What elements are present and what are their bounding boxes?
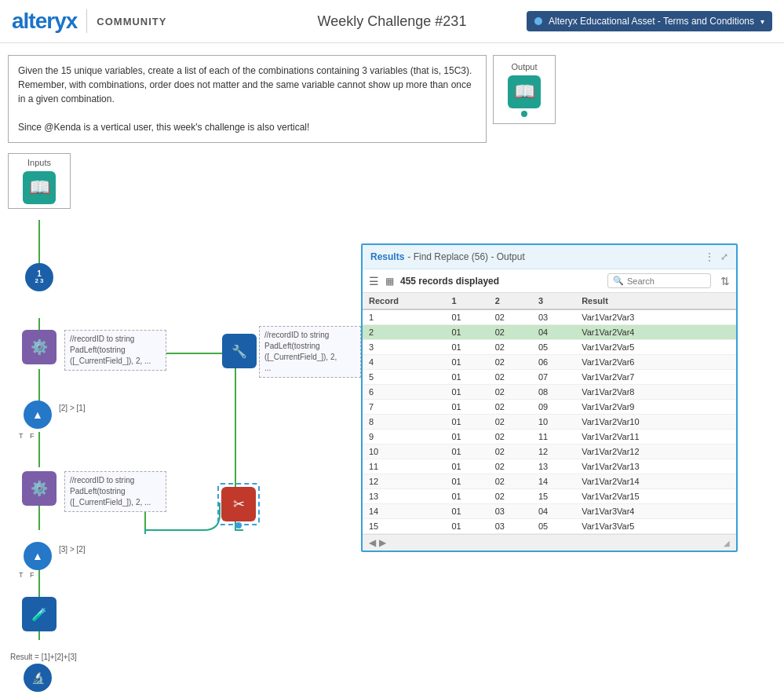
- cell-1: 01: [445, 309, 488, 325]
- cell-2: 02: [489, 415, 532, 430]
- dropdown-area[interactable]: Alteryx Educational Asset - Terms and Co…: [527, 11, 772, 31]
- cell-2: 02: [489, 444, 532, 459]
- cell-2: 02: [489, 325, 532, 340]
- col-result: Result: [575, 293, 713, 309]
- filter1-f-label: F: [30, 432, 35, 440]
- cell-1: 01: [445, 474, 488, 489]
- col-record: Record: [363, 293, 445, 309]
- cell-record: 15: [363, 519, 445, 534]
- cell-1: 01: [445, 489, 488, 504]
- results-icons[interactable]: ⋮ ⤢: [705, 251, 728, 262]
- cross-tool-pin: [235, 522, 242, 529]
- community-label: COMMUNITY: [97, 16, 166, 27]
- cell-spacer: [713, 370, 736, 385]
- search-box[interactable]: 🔍: [607, 273, 711, 288]
- cell-2: 02: [489, 474, 532, 489]
- cell-spacer: [713, 385, 736, 400]
- cell-3: 07: [532, 370, 575, 385]
- filter-node-1[interactable]: ▲: [24, 401, 52, 429]
- result-label: Result = [1]+[2]+[3]: [8, 652, 79, 662]
- cell-spacer: [713, 504, 736, 519]
- sort-icon[interactable]: ⇅: [720, 275, 730, 287]
- cell-2: 02: [489, 385, 532, 400]
- cell-spacer: [713, 519, 736, 534]
- formula-right-label: //recordID to string: [264, 330, 356, 341]
- table-row: 11 01 02 13 Var1Var2Var13: [363, 459, 736, 474]
- formula-node-1[interactable]: ⚙️: [22, 330, 57, 364]
- formula2-code: PadLeft(tostring ([_CurrentField_]), 2, …: [70, 486, 161, 508]
- results-subtitle: - Find Replace (56) - Output: [407, 251, 524, 262]
- generate-rows-node[interactable]: 12 3: [25, 263, 53, 291]
- inputs-box: Inputs: [8, 153, 71, 209]
- more-icon[interactable]: ⋮: [705, 251, 714, 262]
- cell-spacer: [713, 415, 736, 430]
- right-formula-node[interactable]: 🔧: [222, 334, 257, 368]
- cell-record: 1: [363, 309, 445, 325]
- cell-result: Var1Var2Var3: [575, 309, 713, 325]
- filter2-label: [3] > [2]: [57, 544, 88, 554]
- cell-2: 02: [489, 370, 532, 385]
- cell-1: 01: [445, 385, 488, 400]
- terms-dropdown[interactable]: Alteryx Educational Asset - Terms and Co…: [527, 11, 772, 31]
- cell-spacer: [713, 444, 736, 459]
- table-row: 2 01 02 04 Var1Var2Var4: [363, 325, 736, 340]
- records-count: 455 records displayed: [400, 276, 601, 287]
- cell-2: 03: [489, 519, 532, 534]
- cell-record: 11: [363, 459, 445, 474]
- cell-1: 01: [445, 430, 488, 444]
- table-row: 15 01 03 05 Var1Var3Var5: [363, 519, 736, 534]
- filter2-f-label: F: [30, 571, 35, 579]
- cell-3: 13: [532, 459, 575, 474]
- results-body: 1 01 02 03 Var1Var2Var3 2 01 02 04 Var1V…: [363, 309, 736, 534]
- cell-record: 3: [363, 340, 445, 355]
- table-row: 12 01 02 14 Var1Var2Var14: [363, 474, 736, 489]
- cell-3: 04: [532, 325, 575, 340]
- expand-icon[interactable]: ⤢: [720, 251, 728, 262]
- list-icon[interactable]: ☰: [369, 275, 379, 287]
- cell-3: 08: [532, 385, 575, 400]
- cell-2: 02: [489, 309, 532, 325]
- col-3: 3: [532, 293, 575, 309]
- cell-1: 01: [445, 444, 488, 459]
- cell-record: 9: [363, 430, 445, 444]
- page-title: Weekly Challenge #231: [318, 13, 467, 30]
- chevron-down-icon: ▾: [760, 17, 764, 26]
- challenge-description: Given the 15 unique variables, create a …: [8, 55, 487, 143]
- cell-result: Var1Var2Var14: [575, 474, 713, 489]
- challenge-text: Given the 15 unique variables, create a …: [18, 65, 472, 133]
- filter-icon[interactable]: ▦: [385, 276, 394, 287]
- summarize-node[interactable]: 🔬: [24, 664, 52, 692]
- cell-result: Var1Var2Var13: [575, 459, 713, 474]
- terms-label: Alteryx Educational Asset - Terms and Co…: [549, 16, 754, 27]
- formula-node-3[interactable]: 🧪: [22, 597, 57, 631]
- results-table: Record 1 2 3 Result 1 01 02 03 Var1Var2V…: [363, 293, 736, 534]
- resize-handle[interactable]: ◢: [724, 539, 730, 547]
- cell-spacer: [713, 355, 736, 370]
- cell-spacer: [713, 489, 736, 504]
- cell-result: Var1Var2Var10: [575, 415, 713, 430]
- filter2-t-label: T: [19, 571, 24, 579]
- cell-spacer: [713, 474, 736, 489]
- search-input[interactable]: [627, 276, 706, 286]
- inputs-label: Inputs: [15, 158, 64, 167]
- formula-node-2[interactable]: ⚙️: [22, 471, 57, 506]
- cell-2: 02: [489, 340, 532, 355]
- results-title: Results: [370, 251, 404, 262]
- logo: alteryx: [12, 9, 77, 34]
- cross-tool-node[interactable]: ✂: [217, 483, 260, 525]
- cell-spacer: [713, 430, 736, 444]
- cell-record: 10: [363, 444, 445, 459]
- cell-3: 14: [532, 474, 575, 489]
- cell-result: Var1Var2Var9: [575, 400, 713, 415]
- cell-record: 2: [363, 325, 445, 340]
- filter-node-2[interactable]: ▲: [24, 542, 52, 570]
- prev-arrow[interactable]: ◀: [369, 537, 376, 548]
- cell-record: 14: [363, 504, 445, 519]
- cell-result: Var1Var3Var4: [575, 504, 713, 519]
- status-dot: [534, 17, 542, 25]
- formula-annotation-right: //recordID to string PadLeft(tostring ([…: [259, 326, 361, 378]
- cell-record: 4: [363, 355, 445, 370]
- cell-spacer: [713, 309, 736, 325]
- next-arrow[interactable]: ▶: [379, 537, 386, 548]
- output-label: Output: [500, 62, 549, 71]
